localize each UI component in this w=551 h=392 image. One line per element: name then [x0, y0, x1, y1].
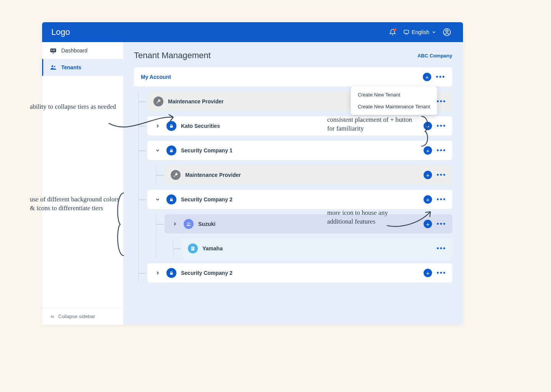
- topbar: Logo English: [42, 22, 463, 42]
- more-button[interactable]: •••: [437, 98, 446, 105]
- svg-point-14: [189, 223, 191, 224]
- annotation-bg-colors: use of different background colors & ico…: [30, 195, 122, 213]
- profile-button[interactable]: [440, 25, 454, 39]
- svg-rect-0: [404, 30, 409, 34]
- notifications-button[interactable]: [386, 25, 399, 39]
- svg-rect-18: [192, 248, 193, 249]
- more-button[interactable]: •••: [437, 172, 446, 178]
- collapse-button[interactable]: [153, 195, 162, 204]
- language-label: English: [412, 29, 429, 35]
- wrench-icon: [171, 170, 181, 180]
- svg-rect-19: [193, 248, 194, 249]
- collapse-sidebar-button[interactable]: Collapse sidebar: [42, 308, 123, 325]
- add-tenant-button[interactable]: +: [424, 195, 432, 204]
- node-label: Maintenance Provider: [185, 172, 419, 178]
- add-tenant-button[interactable]: +: [424, 171, 432, 179]
- tree-node: Security Company 2 + •••: [147, 263, 452, 283]
- collapse-sidebar-label: Collapse sidebar: [58, 314, 95, 319]
- svg-rect-6: [53, 50, 55, 50]
- add-tenant-button[interactable]: +: [424, 269, 432, 277]
- more-button[interactable]: •••: [437, 147, 446, 154]
- svg-point-13: [187, 222, 189, 224]
- chevron-right-icon: [155, 270, 160, 276]
- more-button[interactable]: •••: [437, 245, 446, 252]
- more-button[interactable]: •••: [437, 122, 446, 129]
- lock-icon: [166, 268, 176, 278]
- user-icon: [443, 28, 451, 36]
- svg-rect-17: [193, 247, 194, 248]
- expand-button[interactable]: [153, 269, 162, 277]
- node-label: Security Company 2: [181, 270, 419, 276]
- lock-icon: [166, 194, 176, 204]
- svg-rect-20: [170, 273, 173, 275]
- svg-point-5: [51, 50, 52, 51]
- building-icon: [188, 243, 198, 253]
- svg-rect-11: [170, 150, 173, 152]
- svg-rect-12: [170, 199, 173, 201]
- tree-root-label: My Account: [141, 74, 171, 80]
- more-button[interactable]: •••: [437, 196, 446, 203]
- sidebar-item-dashboard[interactable]: Dashboard: [42, 42, 123, 59]
- chevron-right-icon: [172, 221, 178, 227]
- expand-button[interactable]: [171, 220, 179, 228]
- annotation-more-icon: more icon to house any additional featur…: [327, 209, 415, 226]
- dropdown-item-create-tenant[interactable]: Create New Tenant: [351, 89, 437, 101]
- tree-node: Security Company 1 + ••• Ma: [147, 141, 452, 185]
- node-label: Security Company 2: [181, 196, 419, 203]
- tree-node: Maintenance Provider + •••: [165, 165, 452, 185]
- svg-rect-16: [192, 247, 193, 248]
- node-label: Security Company 1: [181, 147, 419, 154]
- chevron-down-icon: [155, 197, 160, 202]
- organization-icon: [184, 219, 194, 229]
- svg-point-9: [54, 66, 55, 67]
- logo: Logo: [51, 27, 70, 37]
- sidebar-item-label: Tenants: [61, 64, 82, 70]
- svg-rect-7: [53, 51, 55, 51]
- chevron-down-icon: [432, 30, 436, 34]
- tenants-icon: [50, 64, 57, 71]
- lock-icon: [166, 145, 176, 155]
- add-tenant-button[interactable]: +: [423, 73, 431, 81]
- collapse-button[interactable]: [153, 146, 162, 155]
- tree-node: Yamaha •••: [182, 239, 452, 258]
- svg-point-2: [446, 30, 448, 32]
- node-label: Yamaha: [202, 245, 432, 252]
- sidebar-item-label: Dashboard: [61, 47, 88, 54]
- sidebar-item-tenants[interactable]: Tenants: [42, 59, 123, 76]
- chevrons-left-icon: [50, 314, 55, 319]
- app-window: Logo English Dashboard Tenants: [42, 22, 463, 325]
- svg-rect-15: [191, 247, 194, 250]
- chat-icon: [403, 29, 409, 35]
- wrench-icon: [153, 96, 163, 106]
- dashboard-icon: [50, 47, 57, 54]
- svg-rect-4: [52, 53, 54, 54]
- main-content: Tenant Management ABC Company My Account…: [123, 42, 463, 325]
- page-title: Tenant Management: [134, 51, 211, 60]
- chevron-down-icon: [155, 148, 160, 153]
- dropdown-item-create-maintenance-tenant[interactable]: Create New Maintenance Tenant: [351, 101, 437, 113]
- annotation-plus-button: consistent placement of + button for fam…: [327, 116, 415, 133]
- svg-point-8: [51, 65, 53, 67]
- more-button[interactable]: •••: [437, 270, 446, 276]
- annotation-collapse-tiers: ability to collapse tiers as needed: [30, 103, 118, 111]
- company-link[interactable]: ABC Company: [417, 53, 452, 59]
- tree-root-card: My Account + •••: [134, 67, 452, 87]
- svg-rect-3: [51, 49, 56, 52]
- sidebar: Dashboard Tenants Collapse sidebar: [42, 42, 123, 325]
- create-dropdown: Create New Tenant Create New Maintenance…: [351, 87, 437, 115]
- more-button[interactable]: •••: [436, 74, 445, 80]
- language-selector[interactable]: English: [399, 29, 440, 35]
